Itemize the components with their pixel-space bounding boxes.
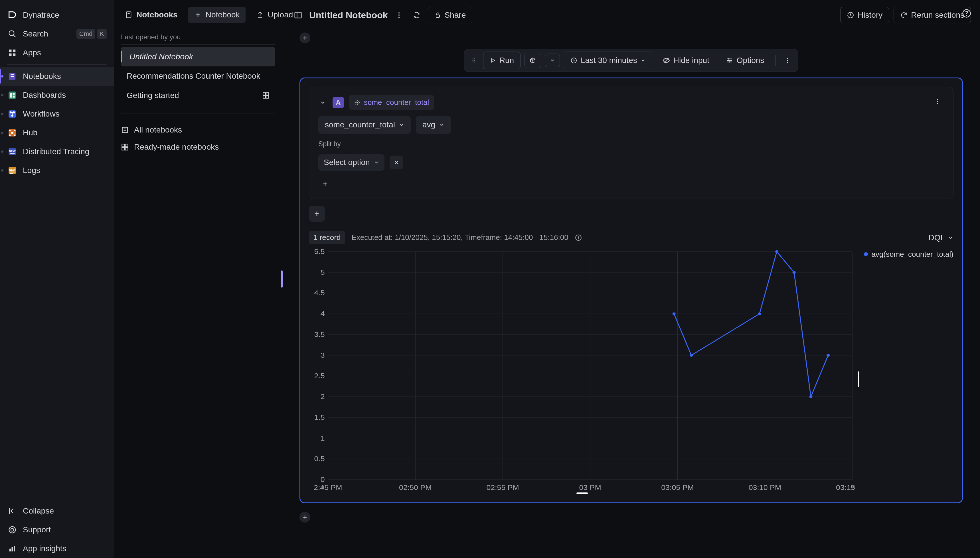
svg-point-134 (827, 354, 830, 357)
main: Untitled Notebook Share History Rerun se… (282, 0, 980, 558)
svg-text:3.5: 3.5 (314, 331, 325, 338)
svg-rect-42 (263, 96, 265, 98)
svg-rect-7 (11, 74, 14, 75)
help-button[interactable] (960, 7, 973, 20)
nav-tracing[interactable]: NEW Distributed Tracing (0, 142, 114, 161)
search-item[interactable]: Search CmdK (0, 25, 114, 43)
svg-point-62 (474, 60, 475, 61)
svg-rect-35 (14, 546, 15, 551)
cube-button[interactable] (524, 53, 541, 68)
metric-dropdown[interactable]: some_counter_total (318, 116, 411, 134)
nav-label: Dashboards (23, 90, 66, 100)
share-button[interactable]: Share (428, 7, 473, 23)
svg-point-54 (398, 15, 399, 16)
nav-workflows[interactable]: Workflows (0, 105, 114, 123)
item-label: Untitled Notebook (127, 52, 193, 61)
template-icon[interactable] (262, 92, 270, 99)
nav-notebooks[interactable]: Notebooks (0, 67, 114, 86)
brand-item[interactable]: Dynatrace (0, 6, 114, 25)
apps-item[interactable]: Apps (0, 43, 114, 62)
tab-label: Notebook (206, 10, 240, 20)
svg-line-1 (13, 35, 16, 37)
split-by-dropdown[interactable]: Select option (318, 154, 384, 171)
search-icon (7, 28, 18, 39)
line-chart[interactable]: 00.511.522.533.544.555.52:45 PM02:50 PM0… (309, 249, 855, 494)
hide-input-button[interactable]: Hide input (656, 52, 716, 69)
dd-label: avg (422, 120, 435, 130)
recent-item[interactable]: Untitled Notebook (121, 47, 275, 66)
aggregation-dropdown[interactable]: avg (416, 116, 451, 134)
clear-split-button[interactable] (390, 156, 403, 169)
svg-text:3: 3 (321, 351, 325, 359)
add-section-bottom-button[interactable] (300, 512, 310, 523)
svg-text:1: 1 (321, 434, 325, 442)
visualization-dropdown[interactable]: DQL (928, 233, 954, 242)
svg-text:5.5: 5.5 (314, 249, 325, 255)
svg-point-72 (729, 61, 730, 62)
ready-made-notebooks[interactable]: Ready-made notebooks (114, 138, 282, 156)
history-icon (847, 11, 854, 19)
svg-text:1.5: 1.5 (314, 414, 325, 421)
svg-text:03:10 PM: 03:10 PM (749, 484, 781, 491)
lock-icon (434, 11, 441, 18)
query-more-button[interactable] (931, 95, 944, 108)
tab-label: Notebooks (136, 10, 178, 20)
nav-hub[interactable]: Hub (0, 123, 114, 142)
nav-logs[interactable]: NEW Logs (0, 161, 114, 180)
panel-header: Notebooks Notebook Upload (114, 0, 282, 30)
svg-text:2:45 PM: 2:45 PM (314, 484, 342, 491)
search-label: Search (23, 30, 48, 38)
result-meta-row: 1 record Executed at: 1/10/2025, 15:15:2… (309, 231, 954, 244)
svg-rect-56 (436, 15, 440, 17)
run-button[interactable]: Run (483, 52, 520, 69)
svg-rect-9 (8, 92, 16, 99)
options-button[interactable]: Options (720, 52, 771, 69)
all-notebooks[interactable]: All notebooks (114, 121, 282, 138)
add-section-top-button[interactable] (300, 33, 310, 43)
recent-item[interactable]: Getting started (121, 86, 275, 105)
workflows-icon (7, 108, 18, 120)
svg-point-59 (472, 58, 473, 59)
timeframe-dropdown[interactable]: Last 30 minutes (564, 52, 652, 69)
insights-item[interactable]: App insights (0, 539, 114, 558)
cube-dropdown-button[interactable] (545, 54, 560, 67)
tab-upload[interactable]: Upload (250, 7, 299, 23)
dot-icon (1, 113, 3, 115)
mini-scrollbar[interactable] (576, 492, 588, 494)
svg-text:03:15 PM: 03:15 PM (836, 484, 855, 491)
collapse-query-button[interactable] (318, 98, 328, 107)
more-menu-button[interactable] (392, 8, 405, 22)
rerun-button[interactable]: Rerun sections (894, 7, 971, 23)
section-title: Last opened by you (114, 30, 282, 44)
tab-new-notebook[interactable]: Notebook (188, 7, 245, 23)
svg-point-132 (792, 271, 796, 274)
svg-point-73 (787, 58, 788, 59)
svg-rect-50 (125, 147, 128, 150)
sync-button[interactable] (410, 8, 423, 22)
svg-text:02:50 PM: 02:50 PM (399, 484, 432, 491)
drag-handle-icon[interactable] (468, 57, 479, 64)
upload-icon (256, 11, 264, 19)
left-sidebar: Dynatrace Search CmdK Apps Notebooks Das… (0, 0, 114, 558)
section-more-button[interactable] (781, 54, 794, 67)
add-query-button[interactable] (309, 206, 325, 222)
add-filter-button[interactable] (318, 177, 332, 190)
recent-item[interactable]: Recommendations Counter Notebook (121, 66, 275, 86)
nav-label: Notebooks (23, 72, 61, 81)
metric-chip[interactable]: some_counter_total (349, 95, 434, 110)
eye-off-icon (662, 57, 670, 64)
item-label: Recommendations Counter Notebook (127, 72, 260, 80)
svg-point-61 (472, 60, 473, 61)
tab-notebooks[interactable]: Notebooks (119, 7, 183, 23)
history-button[interactable]: History (840, 7, 889, 23)
record-count-badge: 1 record (309, 231, 345, 244)
svg-rect-34 (12, 547, 13, 551)
nav-dashboards[interactable]: Dashboards (0, 86, 114, 105)
info-icon[interactable] (575, 234, 582, 241)
nav-label: Workflows (23, 110, 59, 118)
collapse-item[interactable]: Collapse (0, 502, 114, 520)
support-item[interactable]: Support (0, 520, 114, 539)
metric-icon (354, 100, 361, 106)
legend-label: avg(some_counter_total) (871, 250, 954, 259)
svg-text:0.5: 0.5 (314, 455, 325, 463)
